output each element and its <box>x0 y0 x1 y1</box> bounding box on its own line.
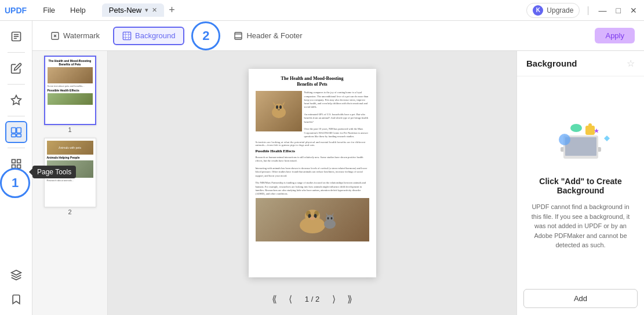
page-tools-tooltip: Page Tools <box>32 166 76 178</box>
sidebar-divider-1 <box>8 52 25 53</box>
svg-marker-47 <box>604 135 610 141</box>
svg-rect-12 <box>17 165 20 169</box>
header-footer-label: Header & Footer <box>246 31 302 40</box>
maximize-button[interactable]: □ <box>614 6 623 15</box>
page-indicator: 1 / 2 <box>300 294 324 305</box>
sidebar-divider-4 <box>8 148 25 148</box>
svg-marker-44 <box>594 129 598 133</box>
right-panel-header: Background ☆ <box>517 51 644 76</box>
svg-marker-21 <box>272 101 275 105</box>
thumb-img-1: The Health and Mood-Boosting Benefits of… <box>44 56 96 125</box>
last-page-button[interactable]: ⟫ <box>344 292 356 306</box>
svg-point-36 <box>327 217 329 219</box>
toolbar: Watermark Background 2 Header & Footer A… <box>32 21 644 51</box>
svg-marker-4 <box>11 96 21 105</box>
svg-rect-6 <box>16 128 21 133</box>
sidebar-icon-page-tools[interactable] <box>5 121 27 143</box>
svg-rect-7 <box>11 134 16 137</box>
sidebar-icon-annotate[interactable] <box>5 89 27 111</box>
add-background-button[interactable]: Add <box>523 289 638 308</box>
watermark-button[interactable]: Watermark <box>42 27 108 45</box>
user-avatar: K <box>533 5 543 16</box>
right-panel-body: Click "Add" to Create Background UPDF ca… <box>517 76 644 289</box>
sidebar-icon-edit[interactable] <box>5 57 27 79</box>
svg-rect-9 <box>12 160 15 163</box>
pdf-viewer: The Health and Mood-BoostingBenefits of … <box>108 51 516 315</box>
tab-title: Pets-New <box>109 6 141 14</box>
svg-point-24 <box>279 105 282 109</box>
sidebar-divider-3 <box>8 116 25 116</box>
svg-rect-11 <box>12 165 15 169</box>
tab-area: Pets-New ▾ ✕ + <box>102 3 522 17</box>
upgrade-label: Upgrade <box>547 6 573 14</box>
tab-dropdown-icon[interactable]: ▾ <box>145 6 148 14</box>
click-add-heading: Click "Add" to Create Background <box>526 177 635 195</box>
right-panel-title: Background <box>526 58 577 68</box>
watermark-label: Watermark <box>63 31 100 40</box>
svg-point-46 <box>570 124 582 132</box>
header-footer-button[interactable]: Header & Footer <box>225 27 311 45</box>
thumb-label-1: 1 <box>68 126 71 133</box>
svg-rect-42 <box>588 123 592 127</box>
svg-rect-5 <box>11 128 16 133</box>
right-panel: Background ☆ <box>516 51 644 315</box>
menu-bar: File Help <box>36 3 93 17</box>
main-view-area: The Health and Mood-Boosting Benefits of… <box>32 51 644 315</box>
close-button[interactable]: ✕ <box>628 6 639 15</box>
main-layout: 1 Page Tools <box>0 21 644 315</box>
pdf-page-main: The Health and Mood-BoostingBenefits of … <box>249 69 376 277</box>
first-page-button[interactable]: ⟪ <box>268 292 281 306</box>
panel-description: UPDF cannot find a background in this fi… <box>526 202 635 250</box>
left-sidebar: 1 Page Tools <box>0 21 32 315</box>
sidebar-icon-reader[interactable] <box>5 25 27 47</box>
sidebar-icon-layers[interactable] <box>5 264 27 286</box>
minimize-button[interactable]: — <box>596 6 609 15</box>
background-button[interactable]: Background <box>113 27 184 45</box>
menu-file[interactable]: File <box>36 3 62 17</box>
svg-marker-34 <box>326 213 328 216</box>
svg-rect-16 <box>235 32 242 39</box>
window-controls: K Upgrade | — □ ✕ <box>526 3 639 18</box>
svg-marker-13 <box>11 270 21 275</box>
app-logo: UPDF <box>5 6 27 15</box>
sidebar-icon-bookmark[interactable] <box>5 288 27 310</box>
svg-rect-8 <box>16 134 21 137</box>
tab-pets-new[interactable]: Pets-New ▾ ✕ <box>102 3 164 17</box>
step2-badge: 2 <box>191 21 220 50</box>
title-bar: UPDF File Help Pets-New ▾ ✕ + K Upgrade … <box>0 0 644 21</box>
svg-point-23 <box>276 105 278 109</box>
apply-button[interactable]: Apply <box>595 28 635 43</box>
navigation-bar: ⟪ ⟨ 1 / 2 ⟩ ⟫ <box>268 289 356 309</box>
thumbnail-panel: The Health and Mood-Boosting Benefits of… <box>32 51 108 315</box>
sidebar-divider-2 <box>8 84 25 85</box>
svg-marker-22 <box>282 101 285 105</box>
add-tab-button[interactable]: + <box>169 4 175 16</box>
upgrade-button[interactable]: K Upgrade <box>526 3 580 18</box>
thumbnail-page-1[interactable]: The Health and Mood-Boosting Benefits of… <box>44 56 96 133</box>
svg-point-20 <box>274 104 283 112</box>
background-label: Background <box>135 31 175 40</box>
svg-point-45 <box>559 134 570 145</box>
svg-point-31 <box>310 217 315 220</box>
thumb-label-2: 2 <box>68 208 71 215</box>
menu-help[interactable]: Help <box>63 3 93 17</box>
svg-point-37 <box>330 217 332 219</box>
prev-page-button[interactable]: ⟨ <box>285 292 296 306</box>
next-page-button[interactable]: ⟩ <box>329 292 339 306</box>
tab-close-icon[interactable]: ✕ <box>152 6 157 14</box>
illustration-area <box>546 115 616 167</box>
star-icon[interactable]: ☆ <box>627 58 635 69</box>
sidebar-icon-organize[interactable] <box>5 153 27 175</box>
svg-rect-10 <box>17 160 20 163</box>
svg-marker-35 <box>332 213 334 216</box>
svg-rect-15 <box>123 32 130 39</box>
